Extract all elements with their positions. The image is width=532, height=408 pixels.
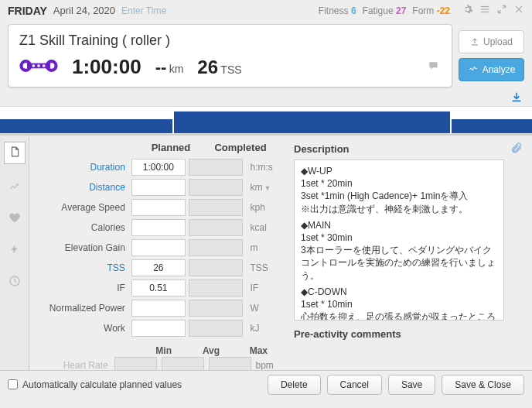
auto-calc-input[interactable] (8, 379, 18, 389)
input-work-completed[interactable] (189, 320, 243, 337)
workout-card: Z1 Skill Training ( roller ) 1:00:00 -- … (8, 24, 452, 87)
input-distance-completed[interactable] (189, 179, 243, 196)
label-hr: Heart Rate (36, 360, 114, 370)
input-tss-planned[interactable] (131, 259, 186, 276)
svg-rect-2 (481, 12, 489, 12)
label-work: Work (36, 323, 131, 334)
close-icon[interactable] (513, 4, 524, 17)
svg-point-8 (43, 64, 46, 67)
completed-header: Completed (213, 142, 268, 153)
download-icon[interactable] (510, 91, 523, 106)
input-elev-planned[interactable] (131, 239, 186, 256)
input-np-completed[interactable] (189, 300, 243, 317)
tab-chart-icon[interactable] (9, 181, 21, 194)
input-duration-completed[interactable] (189, 159, 243, 176)
description-title: Description (294, 143, 510, 155)
input-work-planned[interactable] (131, 320, 186, 337)
fatigue-metric: Fatigue 27 (363, 5, 407, 16)
workout-tss: 26 TSS (197, 57, 241, 78)
bike-chain-icon (19, 58, 58, 76)
fitness-metric: Fitness 6 (319, 5, 356, 16)
upload-button[interactable]: Upload (459, 30, 524, 53)
preactivity-comments-title: Pre-activity comments (294, 328, 523, 340)
svg-rect-1 (481, 9, 489, 9)
expand-icon[interactable] (496, 4, 507, 17)
date-string: April 24, 2020 (53, 5, 115, 16)
form-metric: Form -22 (412, 5, 450, 16)
label-calories: Calories (36, 222, 131, 233)
input-np-planned[interactable] (131, 300, 186, 317)
day-name: FRIDAY (8, 5, 47, 17)
label-duration[interactable]: Duration (36, 162, 131, 173)
input-hr-avg[interactable] (162, 357, 204, 370)
label-distance[interactable]: Distance (36, 182, 131, 193)
input-tss-completed[interactable] (189, 259, 243, 276)
save-close-button[interactable]: Save & Close (442, 375, 524, 395)
svg-rect-0 (481, 6, 489, 7)
side-tabs (0, 135, 29, 370)
enter-time-link[interactable]: Enter Time (121, 5, 166, 16)
input-calories-planned[interactable] (131, 219, 186, 236)
save-button[interactable]: Save (388, 375, 435, 395)
planned-header: Planned (144, 142, 198, 153)
min-header: Min (144, 345, 183, 356)
top-header: FRIDAY April 24, 2020 Enter Time Fitness… (0, 0, 532, 21)
description-text[interactable]: ◆W-UP 1set * 20min 3set *1min (High Cade… (294, 159, 504, 321)
delete-button[interactable]: Delete (268, 375, 321, 395)
analyze-button[interactable]: Analyze (459, 58, 524, 81)
tab-heart-icon[interactable] (9, 211, 21, 226)
label-tss[interactable]: TSS (36, 262, 131, 273)
label-elev-gain: Elevation Gain (36, 242, 131, 253)
auto-calc-checkbox[interactable]: Automatically calculate planned values (8, 379, 182, 390)
input-hr-max[interactable] (209, 357, 251, 370)
workout-duration: 1:00:00 (72, 55, 142, 79)
input-hr-min[interactable] (114, 357, 157, 370)
svg-point-7 (37, 64, 40, 67)
input-elev-completed[interactable] (189, 239, 243, 256)
input-if-completed[interactable] (189, 279, 243, 297)
tab-history-icon[interactable] (9, 275, 21, 290)
input-distance-planned[interactable] (131, 179, 186, 196)
description-column: Description ◆W-UP 1set * 20min 3set *1mi… (285, 135, 532, 370)
svg-point-6 (32, 64, 36, 67)
attachment-icon[interactable] (510, 142, 523, 156)
unit-distance[interactable]: km▼ (251, 182, 278, 193)
workout-title[interactable]: Z1 Skill Training ( roller ) (19, 33, 441, 49)
workout-distance: -- km (155, 57, 184, 77)
label-avg-speed: Average Speed (36, 202, 131, 213)
input-avgspeed-planned[interactable] (131, 199, 186, 216)
footer-bar: Automatically calculate planned values D… (0, 370, 532, 398)
comment-icon[interactable] (427, 60, 441, 74)
menu-icon[interactable] (479, 4, 490, 17)
input-duration-planned[interactable] (131, 159, 186, 176)
input-calories-completed[interactable] (189, 219, 243, 236)
max-header: Max (239, 345, 278, 356)
tab-power-icon[interactable] (9, 243, 20, 258)
label-np: Normalized Power (36, 303, 131, 314)
workout-timeline[interactable] (0, 106, 532, 134)
gear-icon[interactable] (462, 4, 473, 17)
input-avgspeed-completed[interactable] (189, 199, 243, 216)
cancel-button[interactable]: Cancel (327, 375, 382, 395)
planned-column: Planned Completed Durationh:m:s Distance… (29, 135, 285, 370)
tab-summary-icon[interactable] (4, 142, 26, 164)
avg-header: Avg (191, 345, 230, 356)
label-if: IF (36, 283, 131, 293)
input-if-planned[interactable] (131, 279, 186, 297)
